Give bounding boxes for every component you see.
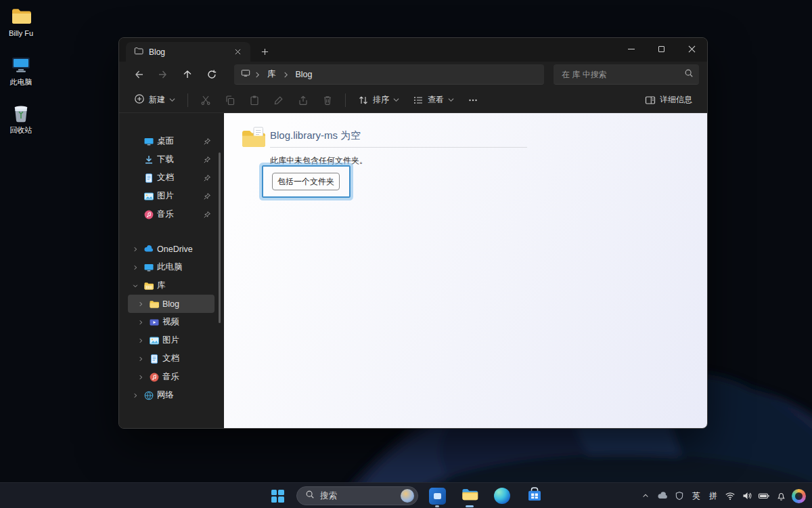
sidebar-item-onedrive[interactable]: OneDrive bbox=[128, 240, 215, 258]
desktop-icon-recycle-bin[interactable]: 回收站 bbox=[0, 101, 42, 135]
sidebar-scrollbar[interactable] bbox=[219, 152, 221, 323]
refresh-button[interactable] bbox=[200, 64, 223, 85]
taskbar-search-label: 搜索 bbox=[320, 490, 395, 502]
running-indicator bbox=[435, 505, 439, 507]
paste-button[interactable] bbox=[244, 90, 265, 110]
sidebar-item-desktop[interactable]: 桌面 bbox=[128, 132, 215, 150]
tray-onedrive-icon[interactable] bbox=[654, 486, 671, 506]
battery-icon[interactable] bbox=[756, 486, 772, 506]
taskbar-edge[interactable] bbox=[489, 483, 516, 508]
header-separator bbox=[270, 147, 527, 148]
edge-browser-icon bbox=[494, 488, 510, 504]
picture-icon bbox=[143, 190, 154, 202]
chevron-right-icon[interactable] bbox=[136, 373, 145, 382]
ime-mode-indicator[interactable]: 拼 bbox=[705, 486, 721, 506]
sidebar-item-music-library[interactable]: 音乐 bbox=[128, 368, 215, 386]
view-button[interactable]: 查看 bbox=[407, 90, 459, 110]
details-pane-button[interactable]: 详细信息 bbox=[639, 90, 698, 110]
rename-button[interactable] bbox=[268, 90, 290, 110]
desktop-monitor-icon bbox=[143, 135, 154, 147]
notification-bell-icon[interactable] bbox=[773, 486, 789, 506]
sidebar-item-label: 库 bbox=[157, 280, 166, 291]
sidebar-item-label: 桌面 bbox=[157, 135, 174, 147]
taskbar-file-explorer[interactable] bbox=[456, 483, 483, 508]
toolbar-separator bbox=[187, 93, 188, 107]
up-button[interactable] bbox=[176, 64, 199, 85]
sidebar-item-label: Blog bbox=[162, 299, 179, 309]
search-icon[interactable] bbox=[684, 68, 694, 81]
maximize-button[interactable] bbox=[646, 38, 677, 60]
search-input[interactable] bbox=[562, 70, 684, 79]
back-button[interactable] bbox=[127, 64, 150, 85]
pin-icon bbox=[202, 155, 212, 165]
music-icon bbox=[143, 209, 154, 220]
sidebar-item-documents[interactable]: 文档 bbox=[128, 169, 215, 187]
tray-chevron-up-icon[interactable] bbox=[637, 486, 654, 506]
sidebar-item-label: 下载 bbox=[157, 154, 174, 165]
running-indicator-active bbox=[466, 505, 474, 507]
sidebar-item-videos[interactable]: 视频 bbox=[128, 313, 215, 331]
delete-button[interactable] bbox=[317, 90, 338, 110]
chevron-right-icon[interactable] bbox=[136, 299, 145, 309]
tray-security-shield-icon[interactable] bbox=[671, 486, 687, 506]
copilot-icon[interactable] bbox=[790, 486, 808, 506]
include-folder-button[interactable]: 包括一个文件夹 bbox=[272, 173, 340, 190]
sidebar-item-pictures[interactable]: 图片 bbox=[128, 187, 215, 205]
navigation-bar: 库 Blog bbox=[119, 62, 707, 87]
chevron-right-icon[interactable] bbox=[131, 245, 140, 254]
picture-icon bbox=[148, 335, 160, 346]
recycle-bin-icon bbox=[9, 101, 32, 124]
volume-icon[interactable] bbox=[739, 486, 755, 506]
sidebar-item-label: 此电脑 bbox=[157, 261, 183, 273]
document-icon bbox=[143, 172, 154, 184]
taskbar-search[interactable]: 搜索 bbox=[296, 486, 418, 505]
chevron-down-icon bbox=[448, 97, 454, 103]
close-button[interactable] bbox=[677, 38, 707, 60]
wifi-icon[interactable] bbox=[722, 486, 738, 506]
desktop-icon-this-pc[interactable]: 此电脑 bbox=[0, 53, 42, 87]
address-bar[interactable]: 库 Blog bbox=[234, 64, 544, 85]
chevron-right-icon[interactable] bbox=[136, 354, 145, 364]
chevron-right-icon[interactable] bbox=[131, 391, 140, 400]
sidebar-item-libraries[interactable]: 库 bbox=[128, 276, 215, 295]
chevron-right-icon[interactable] bbox=[131, 263, 140, 272]
sidebar-item-this-pc[interactable]: 此电脑 bbox=[128, 258, 215, 276]
empty-library-message: 此库中未包含任何文件夹。 bbox=[270, 155, 367, 167]
new-plus-icon bbox=[134, 93, 145, 107]
new-tab-button[interactable] bbox=[257, 44, 272, 59]
cut-button[interactable] bbox=[195, 90, 217, 110]
new-button[interactable]: 新建 bbox=[129, 90, 181, 110]
chevron-down-icon[interactable] bbox=[131, 281, 140, 291]
search-box[interactable] bbox=[554, 64, 699, 85]
sidebar-item-blog[interactable]: Blog bbox=[128, 295, 215, 313]
minimize-button[interactable] bbox=[616, 38, 646, 60]
desktop-icon-user-folder[interactable]: Billy Fu bbox=[0, 4, 42, 38]
location-icon bbox=[241, 68, 250, 81]
chevron-right-icon[interactable] bbox=[136, 336, 145, 345]
copy-button[interactable] bbox=[219, 90, 241, 110]
sidebar-item-label: 音乐 bbox=[162, 371, 179, 383]
navigation-pane: 桌面 下载 文档 图片 bbox=[119, 113, 224, 428]
ime-language-indicator[interactable]: 英 bbox=[688, 486, 704, 506]
forward-button[interactable] bbox=[152, 64, 175, 85]
taskbar-app-blue[interactable] bbox=[424, 483, 451, 508]
search-highlight-thumbnail[interactable] bbox=[401, 489, 414, 503]
share-button[interactable] bbox=[292, 90, 314, 110]
details-pane-icon bbox=[645, 95, 656, 106]
breadcrumb-blog[interactable]: Blog bbox=[293, 68, 315, 81]
more-options-button[interactable] bbox=[462, 90, 484, 110]
tab-close-icon[interactable] bbox=[230, 45, 245, 60]
taskbar-store[interactable] bbox=[521, 483, 548, 508]
sidebar-item-documents-library[interactable]: 文档 bbox=[128, 350, 215, 368]
file-explorer-icon bbox=[461, 486, 478, 506]
sort-button[interactable]: 排序 bbox=[353, 90, 405, 110]
chevron-right-icon[interactable] bbox=[136, 318, 145, 327]
start-button[interactable] bbox=[264, 483, 291, 508]
explorer-window: Blog bbox=[118, 37, 708, 429]
tab-blog[interactable]: Blog bbox=[126, 42, 250, 62]
sidebar-item-network[interactable]: 网络 bbox=[128, 386, 215, 404]
sidebar-item-pictures-library[interactable]: 图片 bbox=[128, 331, 215, 350]
breadcrumb-libraries[interactable]: 库 bbox=[265, 67, 279, 81]
sidebar-item-music[interactable]: 音乐 bbox=[128, 205, 215, 224]
sidebar-item-downloads[interactable]: 下载 bbox=[128, 150, 215, 169]
